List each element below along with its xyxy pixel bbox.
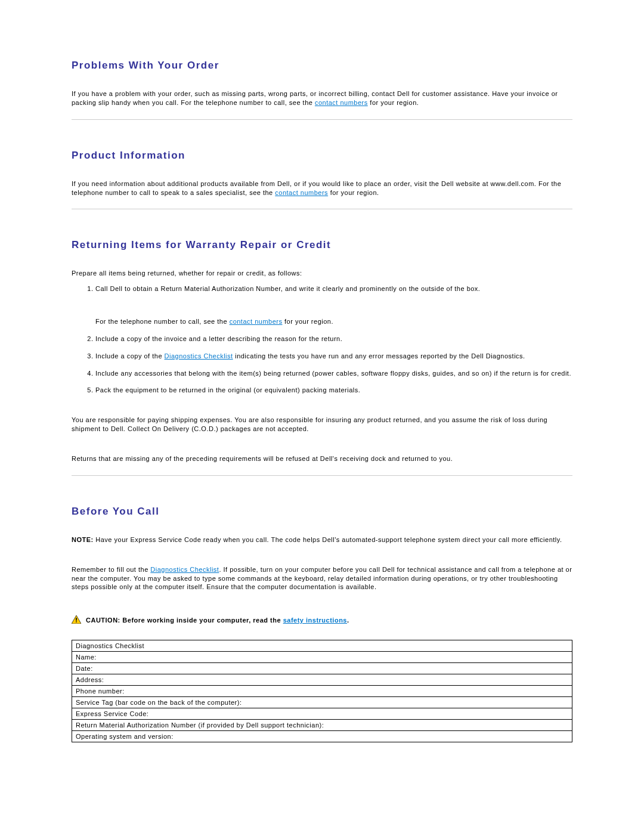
text: For the telephone number to call, see th… (95, 318, 230, 325)
table-header: Diagnostics Checklist (72, 640, 572, 652)
table-row: Express Service Code: (72, 708, 572, 720)
paragraph: Remember to fill out the Diagnostics Che… (72, 565, 572, 592)
paragraph: Prepare all items being returned, whethe… (72, 269, 572, 278)
heading-problems: Problems With Your Order (72, 60, 572, 72)
caution-row: CAUTION: Before working inside your comp… (72, 615, 572, 625)
text: Have your Express Service Code ready whe… (94, 536, 562, 543)
paragraph: You are responsible for paying shipping … (72, 416, 572, 433)
caution-label: CAUTION: (86, 617, 122, 624)
heading-before-call: Before You Call (72, 506, 572, 518)
contact-numbers-link[interactable]: contact numbers (275, 189, 328, 196)
caution-text: CAUTION: Before working inside your comp… (86, 617, 349, 624)
list-item: Pack the equipment to be returned in the… (95, 386, 572, 395)
list-item: Include a copy of the Diagnostics Checkl… (95, 352, 572, 361)
paragraph: If you have a problem with your order, s… (72, 89, 572, 107)
table-row: Operating system and version: (72, 731, 572, 742)
text: Remember to fill out the (72, 566, 150, 573)
divider (72, 119, 572, 120)
diagnostics-checklist-link[interactable]: Diagnostics Checklist (150, 566, 219, 573)
paragraph: If you need information about additional… (72, 179, 572, 197)
list-item: Call Dell to obtain a Return Material Au… (95, 284, 572, 326)
return-steps-list: Call Dell to obtain a Return Material Au… (72, 284, 572, 395)
contact-numbers-link[interactable]: contact numbers (230, 318, 283, 325)
note-label: NOTE: (72, 536, 94, 543)
paragraph: For the telephone number to call, see th… (95, 317, 572, 326)
table-row: Name: (72, 652, 572, 663)
heading-returning: Returning Items for Warranty Repair or C… (72, 239, 572, 251)
diagnostics-checklist-link[interactable]: Diagnostics Checklist (165, 352, 233, 360)
svg-rect-1 (76, 618, 77, 621)
table-row: Date: (72, 663, 572, 674)
svg-rect-2 (76, 621, 77, 623)
text: for your region. (282, 318, 333, 325)
text: Include a copy of the (95, 352, 165, 360)
divider (72, 209, 572, 209)
caution-icon (72, 615, 81, 625)
table-row: Phone number: (72, 686, 572, 697)
table-row: Service Tag (bar code on the back of the… (72, 697, 572, 708)
note-paragraph: NOTE: Have your Express Service Code rea… (72, 535, 572, 544)
text: for your region. (368, 99, 419, 106)
text: for your region. (328, 189, 379, 196)
document-page: Problems With Your Order If you have a p… (0, 0, 644, 802)
list-item: Include a copy of the invoice and a lett… (95, 335, 572, 343)
paragraph: Returns that are missing any of the prec… (72, 454, 572, 463)
diagnostics-checklist-table: Diagnostics Checklist Name: Date: Addres… (72, 640, 572, 742)
contact-numbers-link[interactable]: contact numbers (315, 99, 368, 106)
table-row: Return Material Authorization Number (if… (72, 720, 572, 731)
heading-product-info: Product Information (72, 150, 572, 162)
text: Before working inside your computer, rea… (122, 617, 283, 624)
text: . (347, 617, 349, 624)
safety-instructions-link[interactable]: safety instructions (283, 617, 347, 624)
list-item: Include any accessories that belong with… (95, 369, 572, 378)
text: Call Dell to obtain a Return Material Au… (95, 285, 480, 292)
table-row: Address: (72, 674, 572, 686)
text: indicating the tests you have run and an… (233, 352, 525, 360)
divider (72, 475, 572, 476)
